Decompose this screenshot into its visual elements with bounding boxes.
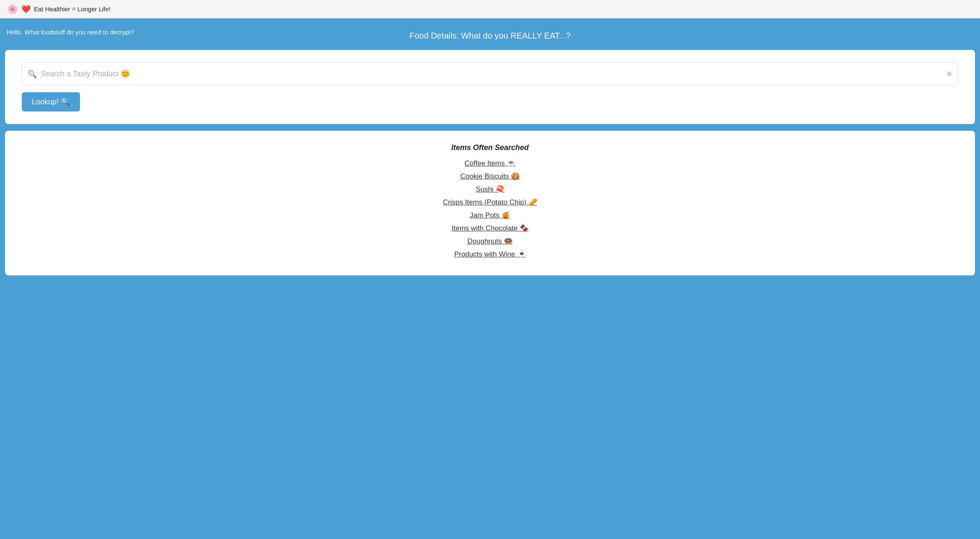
popular-link[interactable]: Crisps Items (Potato Chip) 🥜	[443, 198, 537, 206]
list-item: Cookie Biscuits 🍪	[460, 172, 520, 181]
list-item: Jam Pots 🍯	[470, 211, 511, 220]
popular-link[interactable]: Jam Pots 🍯	[470, 211, 511, 219]
page-title: Food Details. What do you REALLY EAT...?	[8, 31, 972, 41]
clear-icon[interactable]: ✱	[946, 70, 952, 79]
popular-link[interactable]: Products with Wine 🍷	[454, 250, 526, 258]
list-item: Doughnuts 🍩	[467, 237, 513, 246]
main-content: Hello. What foodstuff do you need to dec…	[0, 18, 980, 539]
hello-text: Hello. What foodstuff do you need to dec…	[7, 28, 134, 35]
heart-icon: ❤️	[21, 5, 31, 14]
search-card: 🔍 ✱ Lookup! 🔍	[5, 50, 975, 124]
search-input[interactable]	[22, 62, 958, 86]
title-bar: 🌸 ❤️ Eat Healthier = Longer Life!	[0, 0, 980, 18]
list-item: Sushi 🍣	[476, 185, 504, 194]
app-title: Eat Healthier = Longer Life!	[34, 5, 111, 13]
popular-section-title: Items Often Searched	[22, 143, 958, 152]
lookup-button[interactable]: Lookup! 🔍	[22, 92, 80, 111]
popular-card: Items Often Searched Coffee Items ☕Cooki…	[5, 131, 975, 275]
popular-link[interactable]: Items with Chocolate 🍫	[451, 224, 529, 232]
popular-link[interactable]: Coffee Items ☕	[464, 159, 516, 167]
popular-link[interactable]: Cookie Biscuits 🍪	[460, 172, 520, 180]
app-icon: 🌸	[7, 4, 18, 15]
popular-link[interactable]: Sushi 🍣	[476, 185, 504, 193]
list-item: Coffee Items ☕	[464, 159, 516, 168]
list-item: Crisps Items (Potato Chip) 🥜	[443, 198, 537, 207]
popular-link[interactable]: Doughnuts 🍩	[467, 237, 513, 245]
search-icon: 🔍	[28, 70, 37, 79]
search-input-wrapper: 🔍 ✱	[22, 62, 958, 86]
page-title-section: Hello. What foodstuff do you need to dec…	[0, 18, 980, 45]
list-item: Products with Wine 🍷	[454, 250, 526, 259]
popular-list: Coffee Items ☕Cookie Biscuits 🍪Sushi 🍣Cr…	[22, 159, 958, 259]
list-item: Items with Chocolate 🍫	[451, 224, 529, 233]
